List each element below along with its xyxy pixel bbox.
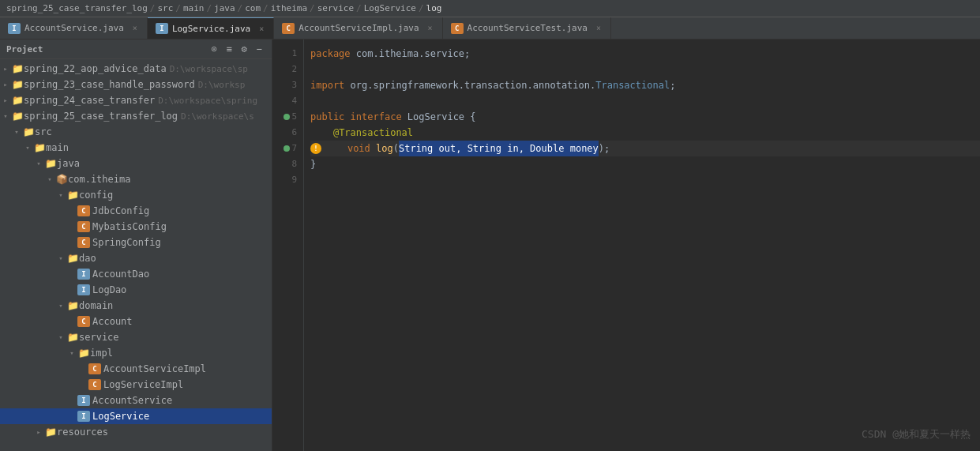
tree-arrow (33, 427, 44, 438)
line-num-9: 9 (272, 172, 303, 188)
code-line-9 (310, 172, 980, 188)
tree-item-springconfig[interactable]: C SpringConfig (0, 235, 272, 250)
tree-item-config[interactable]: 📁 config (0, 187, 272, 203)
tree-item-spring24[interactable]: 📁 spring_24_case_transfer D:\workspace\s… (0, 92, 272, 108)
tree-arrow (0, 111, 11, 122)
item-label: config (79, 190, 113, 201)
breadcrumb-item[interactable]: main (183, 3, 205, 13)
tree-item-mybatisconfig[interactable]: C MybatisConfig (0, 219, 272, 235)
tree-arrow (66, 269, 77, 280)
folder-icon: 📁 (44, 427, 57, 438)
code-editor[interactable]: package com.itheima.service; import org.… (304, 39, 980, 451)
tree-item-main[interactable]: 📁 main (0, 140, 272, 156)
code-text (325, 141, 347, 156)
breadcrumb-item[interactable]: spring_25_case_transfer_log (6, 3, 148, 13)
tree-arrow (0, 79, 11, 90)
close-icon[interactable]: × (257, 24, 265, 33)
folder-icon: 📁 (66, 190, 79, 201)
item-label: dao (79, 253, 96, 264)
code-line-7: ! void log(String out, String in, Double… (310, 141, 980, 156)
tree-item-logservice[interactable]: I LogService (0, 408, 272, 424)
minimize-button[interactable]: − (253, 43, 265, 55)
breadcrumb-item[interactable]: src (157, 3, 173, 13)
keyword: interface (351, 109, 407, 125)
tree-item-dao[interactable]: 📁 dao (0, 250, 272, 266)
line-num-4: 4 (272, 93, 303, 109)
tree-arrow (77, 363, 88, 374)
tree-item-domain[interactable]: 📁 domain (0, 298, 272, 314)
item-label: LogService (92, 411, 149, 422)
tree-item-logdao[interactable]: I LogDao (0, 282, 272, 298)
code-line-4 (310, 93, 980, 109)
class-icon: C (77, 205, 90, 216)
tree-item-spring25[interactable]: 📁 spring_25_case_transfer_log D:\workspa… (0, 108, 272, 124)
code-text: { (470, 109, 475, 125)
keyword: public (310, 109, 351, 125)
tab-account-service-test[interactable]: C AccountServiceTest.java × (443, 17, 611, 39)
tree-item-src[interactable]: 📁 src (0, 124, 272, 140)
sidebar-title: Project (6, 44, 43, 54)
breadcrumb-item[interactable]: LogService (364, 3, 416, 13)
line-num-7: 7 (272, 141, 303, 156)
tree-item-resources[interactable]: 📁 resources (0, 424, 272, 440)
tree-item-spring23[interactable]: 📁 spring_23_case_handle_password D:\work… (0, 77, 272, 92)
item-label: spring_24_case_transfer (24, 95, 155, 106)
item-label: impl (90, 348, 113, 359)
code-text: ; (670, 77, 675, 93)
expand-button[interactable]: ≡ (223, 43, 235, 55)
tab-log-service[interactable]: I LogService.java × (148, 17, 274, 39)
tree-item-spring22[interactable]: 📁 spring_22_aop_advice_data D:\workspace… (0, 61, 272, 77)
breadcrumb-item-active[interactable]: log (426, 3, 442, 13)
tree-arrow (11, 126, 22, 137)
tree-arrow (33, 158, 44, 169)
tree-item-impl[interactable]: 📁 impl (0, 345, 272, 361)
watermark: CSDN @她和夏天一样热 (862, 427, 971, 442)
tree-arrow (66, 395, 77, 406)
item-label: SpringConfig (92, 237, 161, 248)
run-gutter-5[interactable] (283, 114, 290, 120)
breadcrumb-item[interactable]: com (245, 3, 261, 13)
close-icon[interactable]: × (595, 24, 603, 32)
item-label: AccountService (92, 395, 172, 406)
tree-item-account[interactable]: C Account (0, 314, 272, 329)
tree-item-accountdao[interactable]: I AccountDao (0, 266, 272, 282)
tree-arrow (55, 190, 66, 201)
interface-icon: I (77, 284, 90, 295)
item-label: spring_25_case_transfer_log (24, 111, 178, 122)
folder-icon: 📁 (66, 332, 79, 343)
annotation: @Transactional (333, 125, 413, 141)
item-label: com.itheima (68, 174, 130, 185)
folder-icon: 📁 (11, 95, 24, 106)
tree-item-logserviceimpl[interactable]: C LogServiceImpl (0, 377, 272, 393)
sync-button[interactable]: ⊙ (208, 43, 220, 55)
item-label: spring_22_aop_advice_data (24, 63, 167, 74)
line-num-5: 5 (272, 109, 303, 125)
tree-item-java[interactable]: 📁 java (0, 156, 272, 171)
close-icon[interactable]: × (426, 24, 434, 32)
item-label: Account (92, 316, 133, 327)
breadcrumb-item[interactable]: service (317, 3, 354, 13)
tree-item-service[interactable]: 📁 service (0, 329, 272, 345)
item-label: spring_23_case_handle_password (24, 79, 195, 90)
code-line-3: import org.springframework.transaction.a… (310, 77, 980, 93)
run-gutter-7[interactable] (283, 145, 290, 152)
tab-account-service[interactable]: I AccountService.java × (0, 17, 148, 39)
breadcrumb-item[interactable]: itheima (271, 3, 307, 13)
item-path: D:\workspace\s (181, 111, 254, 122)
breadcrumb-item[interactable]: java (214, 3, 235, 13)
tree-arrow (66, 205, 77, 216)
tree-arrow (55, 253, 66, 264)
settings-button[interactable]: ⚙ (238, 43, 250, 55)
tab-label: AccountService.java (24, 23, 124, 33)
tree-item-com-itheima[interactable]: 📦 com.itheima (0, 171, 272, 187)
interface-icon: I (8, 23, 21, 34)
tree-item-accountserviceimpl[interactable]: C AccountServiceImpl (0, 361, 272, 377)
folder-icon: 📁 (33, 142, 46, 153)
tab-account-service-impl[interactable]: C AccountServiceImpl.java × (274, 17, 442, 39)
line-numbers: 1 2 3 4 5 6 7 8 9 (272, 39, 304, 451)
close-icon[interactable]: × (131, 24, 139, 32)
tree-arrow (55, 300, 66, 311)
tree-item-jdbcconfig[interactable]: C JdbcConfig (0, 203, 272, 219)
code-text: ); (599, 141, 610, 156)
tree-item-accountservice[interactable]: I AccountService (0, 393, 272, 408)
